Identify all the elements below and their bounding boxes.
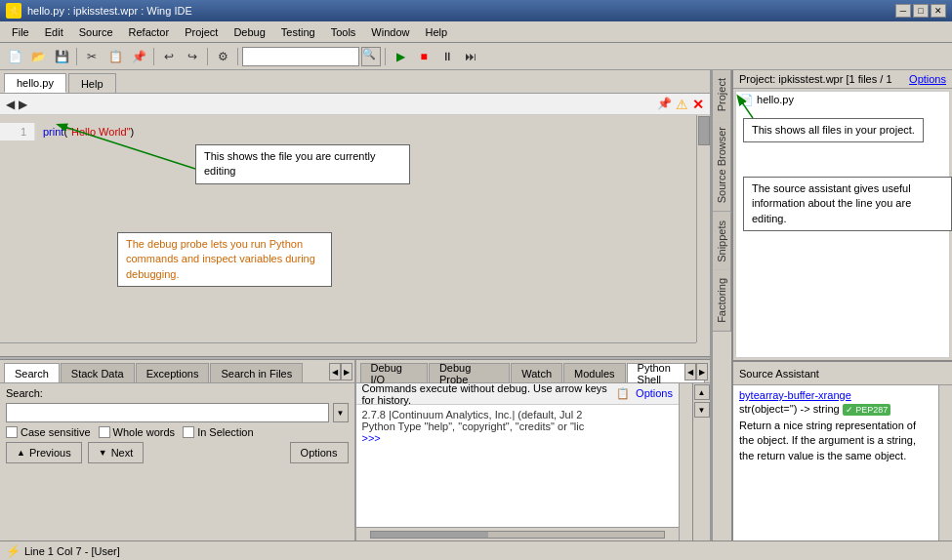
shell-content[interactable]: 2.7.8 |Continuum Analytics, Inc.| (defau… bbox=[356, 405, 680, 527]
whole-words-cb-box[interactable] bbox=[99, 426, 110, 438]
shell-content-wrapper: Commands execute without debug. Use arro… bbox=[356, 383, 711, 540]
debug-stop-button[interactable]: ■ bbox=[413, 46, 435, 67]
warning-icon[interactable]: ⚠ bbox=[676, 97, 688, 112]
project-file-item[interactable]: 📄 hello.py bbox=[736, 92, 949, 108]
search-nav-row: ▲ Previous ▼ Next Options bbox=[6, 442, 349, 463]
shell-main: Commands execute without debug. Use arro… bbox=[356, 383, 680, 540]
save-file-button[interactable]: 💾 bbox=[51, 46, 72, 67]
tab-right-arrow[interactable]: ▶ bbox=[341, 363, 352, 380]
case-sensitive-checkbox[interactable]: Case sensitive bbox=[6, 426, 91, 438]
open-file-button[interactable]: 📂 bbox=[27, 46, 49, 67]
sa-link[interactable]: bytearray-buffer-xrange bbox=[739, 389, 932, 401]
new-file-button[interactable]: 📄 bbox=[4, 46, 25, 67]
shell-tab-left-arrow[interactable]: ◀ bbox=[684, 363, 696, 380]
shell-copy-icon[interactable]: 📋 bbox=[616, 387, 630, 400]
toolbar-search-button[interactable]: 🔍 bbox=[361, 47, 381, 66]
main-container: hello.py Help ◀ ▶ 📌 ⚠ ✕ bbox=[0, 70, 952, 540]
menu-edit[interactable]: Edit bbox=[37, 24, 71, 40]
search-label: Search: bbox=[6, 387, 349, 399]
editor-scrollbar[interactable] bbox=[696, 115, 710, 342]
shell-tab-arrows: ◀ ▶ bbox=[684, 363, 708, 380]
case-sensitive-cb-box[interactable] bbox=[6, 426, 18, 438]
scroll-thumb[interactable] bbox=[698, 116, 710, 145]
whole-words-checkbox[interactable]: Whole words bbox=[99, 426, 176, 438]
toolbar-separator-2 bbox=[153, 48, 154, 65]
redo-button[interactable]: ↪ bbox=[182, 46, 203, 67]
debug-pause-button[interactable]: ⏸ bbox=[436, 46, 458, 67]
shell-hscrollbar[interactable] bbox=[356, 527, 680, 540]
cut-button[interactable]: ✂ bbox=[81, 46, 103, 67]
left-area: hello.py Help ◀ ▶ 📌 ⚠ ✕ bbox=[0, 70, 712, 540]
previous-button[interactable]: ▲ Previous bbox=[6, 442, 82, 463]
shell-up-button[interactable]: ▲ bbox=[694, 384, 710, 400]
tab-help[interactable]: Help bbox=[68, 73, 116, 93]
tab-debug-probe[interactable]: Debug Probe bbox=[429, 363, 510, 382]
callout-debug-probe: The debug probe lets you run Python comm… bbox=[117, 232, 332, 287]
tab-modules[interactable]: Modules bbox=[563, 363, 626, 382]
pin-icon[interactable]: 📌 bbox=[657, 97, 672, 112]
forward-button[interactable]: ▶ bbox=[19, 98, 27, 111]
minimize-button[interactable]: ─ bbox=[895, 4, 911, 18]
search-input[interactable] bbox=[6, 403, 329, 422]
shell-down-button[interactable]: ▼ bbox=[694, 402, 710, 418]
shell-tab-right-arrow[interactable]: ▶ bbox=[696, 363, 708, 380]
menu-refactor[interactable]: Refactor bbox=[121, 24, 178, 40]
toolbar-separator-5 bbox=[385, 48, 386, 65]
tab-scroll-arrows: ◀ ▶ bbox=[329, 363, 352, 380]
shell-options-link[interactable]: Options bbox=[636, 387, 673, 400]
tab-hello-py[interactable]: hello.py bbox=[4, 73, 66, 93]
debug-run-button[interactable]: ▶ bbox=[390, 46, 411, 67]
menu-testing[interactable]: Testing bbox=[273, 24, 323, 40]
editor-close-button[interactable]: ✕ bbox=[692, 97, 704, 112]
options-button[interactable]: Options bbox=[290, 442, 349, 463]
undo-button[interactable]: ↩ bbox=[158, 46, 180, 67]
sidebar-tab-factoring[interactable]: Factoring bbox=[713, 270, 731, 332]
menu-file[interactable]: File bbox=[4, 24, 37, 40]
close-button[interactable]: ✕ bbox=[931, 4, 946, 18]
copy-button[interactable]: 📋 bbox=[104, 46, 126, 67]
editor-hscrollbar[interactable] bbox=[0, 342, 696, 356]
sidebar-tab-source-browser[interactable]: Source Browser bbox=[713, 119, 731, 212]
tab-watch[interactable]: Watch bbox=[511, 363, 562, 382]
editor-header: ◀ ▶ 📌 ⚠ ✕ bbox=[0, 94, 710, 115]
tab-left-arrow[interactable]: ◀ bbox=[329, 363, 341, 380]
toolbar-separator-1 bbox=[76, 48, 77, 65]
menu-tools[interactable]: Tools bbox=[323, 24, 364, 40]
toolbar-search-input[interactable] bbox=[242, 47, 359, 66]
search-dropdown-button[interactable]: ▼ bbox=[333, 403, 349, 422]
back-button[interactable]: ◀ bbox=[6, 98, 15, 111]
menu-help[interactable]: Help bbox=[417, 24, 455, 40]
project-title: Project: ipkisstest.wpr [1 files / 1 bbox=[739, 73, 892, 85]
paste-button[interactable]: 📌 bbox=[128, 46, 149, 67]
sa-scrollbar[interactable] bbox=[938, 385, 952, 540]
tab-search-in-files[interactable]: Search in Files bbox=[210, 363, 303, 382]
in-selection-checkbox[interactable]: In Selection bbox=[183, 426, 253, 438]
tab-exceptions[interactable]: Exceptions bbox=[136, 363, 210, 382]
project-options-link[interactable]: Options bbox=[909, 73, 946, 85]
next-button[interactable]: ▼ Next bbox=[88, 442, 145, 463]
window-controls: ─ □ ✕ bbox=[895, 4, 946, 18]
tab-debug-io[interactable]: Debug I/O bbox=[360, 363, 428, 382]
maximize-button[interactable]: □ bbox=[913, 4, 929, 18]
in-selection-cb-box[interactable] bbox=[183, 426, 194, 438]
python-shell-container: Debug I/O Debug Probe Watch Modules Pyth… bbox=[356, 360, 711, 540]
sidebar-tab-project[interactable]: Project bbox=[713, 70, 731, 119]
menu-debug[interactable]: Debug bbox=[226, 24, 272, 40]
toolbar-extra-btn[interactable]: ⚙ bbox=[212, 46, 233, 67]
shell-scrollbar[interactable] bbox=[679, 383, 692, 540]
toolbar-separator-3 bbox=[207, 48, 208, 65]
debug-step-button[interactable]: ⏭ bbox=[460, 46, 481, 67]
shell-right-sidebar: ▲ ▼ bbox=[692, 383, 710, 540]
vertical-sidebar-tabs: Project Source Browser Snippets Factorin… bbox=[712, 70, 731, 540]
tab-search[interactable]: Search bbox=[4, 363, 60, 382]
source-assistant: Source Assistant bytearray-buffer-xrange… bbox=[733, 360, 952, 540]
sidebar-tab-snippets[interactable]: Snippets bbox=[713, 213, 731, 271]
editor-content[interactable]: 1 print("Hello World") This shows the fi… bbox=[0, 115, 710, 342]
menu-source[interactable]: Source bbox=[71, 24, 121, 40]
callout-editing: This shows the file you are currently ed… bbox=[195, 144, 410, 184]
menu-project[interactable]: Project bbox=[177, 24, 226, 40]
shell-prompt-line: >>> bbox=[362, 432, 674, 444]
tab-stack-data[interactable]: Stack Data bbox=[61, 363, 135, 382]
menu-window[interactable]: Window bbox=[363, 24, 417, 40]
sa-signature: str(object='') -> string ✓ PEP287 bbox=[739, 403, 932, 415]
